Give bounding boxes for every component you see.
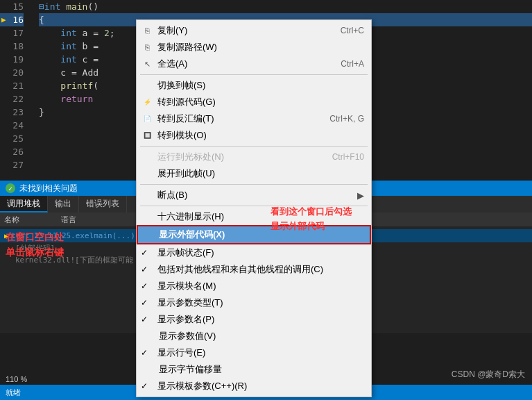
separator-3 — [140, 184, 368, 185]
bottom-status-text: 就绪 — [6, 388, 21, 398]
goto-source-icon: ⚡ — [141, 96, 153, 108]
menu-item-goto-module[interactable]: 🔲 转到模块(O) — [137, 127, 371, 144]
line-num-25: 25 — [0, 132, 24, 145]
menu-byte-offset-label: 显示字节偏移量 — [157, 363, 364, 376]
menu-item-show-param-name[interactable]: ✓ 显示参数名(P) — [137, 311, 371, 328]
menu-run-cursor-shortcut: Ctrl+F10 — [332, 152, 364, 162]
separator-2 — [140, 146, 368, 147]
copy-path-icon: ⎘ — [141, 41, 153, 53]
status-text: 未找到相关问题 — [19, 183, 78, 194]
menu-item-goto-source[interactable]: ⚡ 转到源代码(G) — [137, 94, 371, 110]
menu-expand-frame-label: 展开到此帧(U) — [157, 167, 364, 180]
menu-goto-disasm-shortcut: Ctrl+K, G — [329, 114, 364, 124]
annotation-right: 看到这个窗口后勾选显示外部代码 — [271, 205, 352, 234]
menu-show-module-label: 显示模块名(M) — [157, 280, 364, 292]
zoom-indicator: 110 % — [6, 375, 27, 383]
menu-breakpoint-label: 断点(B) — [157, 189, 352, 201]
line-num-20: 20 — [0, 66, 24, 79]
tab-error-list[interactable]: 错误列表 — [79, 196, 127, 212]
menu-item-copy-path[interactable]: ⎘ 复制源路径(W) — [137, 39, 371, 56]
line-num-17: 17 — [0, 26, 24, 40]
col-name: 名称 — [4, 215, 19, 225]
select-all-icon: ↖ — [141, 58, 153, 70]
menu-item-show-param-type[interactable]: ✓ 显示参数类型(T) — [137, 294, 371, 311]
menu-show-frame-label: 显示帧状态(F) — [157, 247, 364, 259]
goto-disasm-icon: 📄 — [141, 112, 153, 125]
check-module: ✓ — [141, 281, 148, 291]
menu-item-run-to-cursor[interactable]: 运行到光标处(N) Ctrl+F10 — [137, 149, 371, 165]
menu-item-select-all[interactable]: ↖ 全选(A) Ctrl+A — [137, 56, 371, 72]
menu-goto-disasm-label: 转到反汇编(T) — [157, 112, 316, 125]
menu-item-show-template[interactable]: ✓ 显示模板参数(C++)(R) — [137, 378, 371, 394]
menu-copy-label: 复制(Y) — [157, 24, 327, 37]
menu-goto-source-label: 转到源代码(G) — [157, 96, 364, 108]
line-num-24: 24 — [0, 119, 24, 132]
menu-switch-frame-label: 切换到帧(S) — [157, 79, 364, 92]
line-num-19: 19 — [0, 53, 24, 66]
check-other-threads: ✓ — [141, 265, 148, 274]
menu-item-show-param-val[interactable]: 显示参数值(V) — [137, 328, 371, 344]
separator-1 — [140, 74, 368, 75]
menu-item-breakpoint[interactable]: 断点(B) ▶ — [137, 187, 371, 203]
status-check-icon: ✓ — [6, 183, 15, 193]
tab-output[interactable]: 输出 — [48, 196, 79, 212]
copy-icon: ⎘ — [141, 24, 153, 37]
line-num-15: 15 — [0, 0, 24, 13]
menu-item-goto-disasm[interactable]: 📄 转到反汇编(T) Ctrl+K, G — [137, 110, 371, 127]
line-num-22: 22 — [0, 92, 24, 106]
line-num-26: 26 — [0, 145, 24, 158]
menu-item-copy[interactable]: ⎘ 复制(Y) Ctrl+C — [137, 22, 371, 39]
breakpoint-submenu-arrow: ▶ — [357, 190, 364, 201]
line-num-18: 18 — [0, 40, 24, 53]
line-num-21: 21 — [0, 79, 24, 92]
menu-copy-shortcut: Ctrl+C — [341, 26, 364, 35]
menu-line-num-label: 显示行号(E) — [157, 347, 364, 359]
menu-item-expand-frame[interactable]: 展开到此帧(U) — [137, 165, 371, 182]
check-frame-status: ✓ — [141, 248, 148, 258]
menu-param-name-label: 显示参数名(P) — [157, 313, 364, 326]
check-line-num: ✓ — [141, 348, 148, 358]
menu-goto-module-label: 转到模块(O) — [157, 129, 364, 142]
check-param-name: ✓ — [141, 315, 148, 324]
check-param-type: ✓ — [141, 298, 148, 308]
code-line-15: ⊟int main() — [39, 0, 532, 13]
menu-item-show-module[interactable]: ✓ 显示模块名(M) — [137, 278, 371, 294]
menu-param-val-label: 显示参数值(V) — [157, 330, 364, 342]
goto-module-icon: 🔲 — [141, 129, 153, 142]
menu-item-switch-frame[interactable]: 切换到帧(S) — [137, 77, 371, 94]
line-num-27: 27 — [0, 158, 24, 172]
menu-item-show-frame-status[interactable]: ✓ 显示帧状态(F) — [137, 244, 371, 261]
check-template: ✓ — [141, 381, 148, 391]
menu-item-show-byte-offset[interactable]: 显示字节偏移量 — [137, 361, 371, 378]
menu-template-label: 显示模板参数(C++)(R) — [157, 380, 364, 392]
tab-call-stack[interactable]: 调用堆栈 — [0, 196, 48, 212]
menu-param-type-label: 显示参数类型(T) — [157, 297, 364, 309]
annotation-left: 在窗口空白处单击鼠标右键 — [6, 229, 64, 260]
col-lang: 语言 — [61, 215, 76, 225]
menu-other-threads-label: 包括对其他线程和来自其他线程的调用(C) — [157, 263, 364, 276]
menu-item-other-threads[interactable]: ✓ 包括对其他线程和来自其他线程的调用(C) — [137, 261, 371, 278]
csdn-watermark: CSDN @蒙奇D索大 — [452, 369, 525, 381]
menu-select-all-label: 全选(A) — [157, 58, 327, 70]
menu-run-cursor-label: 运行到光标处(N) — [157, 151, 318, 163]
menu-item-show-line-num[interactable]: ✓ 显示行号(E) — [137, 344, 371, 361]
debug-arrow: ▶ — [1, 13, 6, 26]
menu-select-all-shortcut: Ctrl+A — [341, 59, 364, 69]
menu-copy-path-label: 复制源路径(W) — [157, 41, 364, 53]
line-num-23: 23 — [0, 106, 24, 119]
